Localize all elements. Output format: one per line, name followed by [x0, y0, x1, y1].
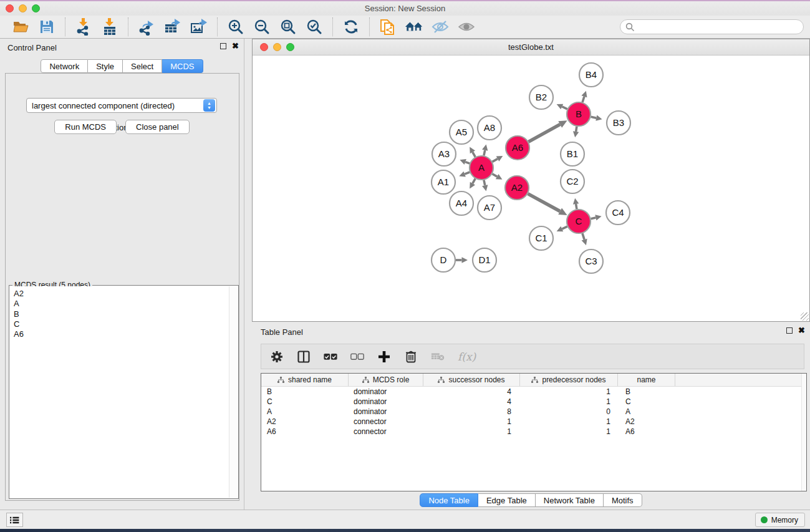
eye-slash-icon[interactable] [431, 18, 450, 36]
table-cell: 8 [423, 407, 520, 416]
edge-C-C2[interactable] [576, 204, 577, 209]
tab-select[interactable]: Select [123, 59, 162, 73]
import-network-icon[interactable] [74, 18, 93, 36]
search-input[interactable] [638, 22, 794, 32]
table-row[interactable]: A2connector11A2 [261, 417, 806, 427]
float-panel-icon[interactable] [220, 43, 226, 49]
edge-A-A7[interactable] [484, 180, 485, 186]
show-panels-list-button[interactable] [6, 513, 23, 527]
table-row[interactable]: Bdominator41B [261, 387, 806, 397]
status-bar: Memory [0, 510, 810, 529]
tab-style[interactable]: Style [88, 59, 123, 73]
table-row[interactable]: Cdominator41C [261, 397, 806, 407]
edge-A-A3[interactable] [465, 162, 470, 164]
edge-C-C1[interactable] [562, 226, 567, 229]
edge-A2-C[interactable] [528, 194, 561, 211]
edge-B-B1[interactable] [576, 127, 577, 132]
plus-icon[interactable] [377, 350, 391, 364]
edge-arrowhead-icon [573, 198, 579, 205]
table-row[interactable]: A6connector11A6 [261, 427, 806, 437]
node-label-C3: C3 [585, 256, 597, 266]
criterion-selected-value: largest connected component (directed) [27, 101, 203, 110]
column-header-successor-nodes[interactable]: successor nodes [423, 374, 520, 386]
zoom-fit-icon[interactable] [279, 18, 297, 36]
table-panel-tabs: Node Table Edge Table Network Table Moti… [252, 493, 810, 507]
mcds-result-item[interactable]: A6 [14, 329, 229, 339]
open-file-icon[interactable] [11, 18, 30, 36]
edge-A-A1[interactable] [465, 172, 470, 174]
gear-icon[interactable] [270, 350, 284, 364]
network-canvas-svg[interactable]: B4B2BB3A8A5A6A3B1AA1C2A2A4A7C4CC1C3DD1 [253, 56, 809, 321]
close-table-panel-icon[interactable]: ✖ [798, 327, 805, 334]
column-type-icon [531, 377, 538, 383]
edge-B-B3[interactable] [591, 117, 597, 118]
houses-icon[interactable] [405, 18, 423, 36]
zoom-selected-icon[interactable] [305, 18, 324, 36]
main-titlebar: Session: New Session [0, 1, 810, 16]
mcds-result-item[interactable]: A2 [14, 289, 229, 299]
edge-arrowhead-icon [595, 115, 602, 121]
table-cell: C [261, 397, 349, 406]
export-image-icon[interactable] [190, 18, 208, 36]
export-table-icon[interactable] [163, 18, 182, 36]
edge-A-A8[interactable] [484, 150, 485, 156]
mcds-list-scrollbar[interactable] [229, 286, 238, 498]
column-header-shared-name[interactable]: shared name [261, 374, 349, 386]
edge-A-A4[interactable] [473, 178, 475, 183]
edge-A-A2[interactable] [492, 174, 497, 177]
zoom-out-icon[interactable] [253, 18, 271, 36]
refresh-icon[interactable] [342, 18, 360, 36]
desktop-strip-bottom [0, 529, 810, 532]
delete-table-icon[interactable] [431, 350, 445, 364]
node-label-B1: B1 [567, 148, 578, 159]
mcds-result-list[interactable]: A2ABCA6 [10, 286, 229, 498]
trash-icon[interactable] [404, 350, 418, 364]
checked-boxes-icon[interactable] [324, 350, 337, 364]
tab-network[interactable]: Network [41, 59, 88, 73]
edge-A6-B[interactable] [529, 124, 561, 142]
table-scrollbar[interactable] [801, 374, 806, 491]
edge-C-C3[interactable] [582, 233, 584, 239]
edge-B-B4[interactable] [582, 97, 584, 102]
table-cell: 1 [520, 417, 618, 426]
tab-edge-table[interactable]: Edge Table [478, 493, 536, 507]
memory-button[interactable]: Memory [755, 513, 805, 527]
save-session-icon[interactable] [37, 18, 56, 36]
new-network-from-selection-icon[interactable] [378, 18, 397, 36]
tab-mcds[interactable]: MCDS [162, 59, 203, 73]
table-row[interactable]: Adominator80A [261, 407, 806, 417]
resize-grip-icon[interactable] [801, 312, 809, 321]
table-cell: 4 [423, 397, 520, 406]
edge-A-A6[interactable] [493, 159, 498, 162]
close-panel-icon[interactable]: ✖ [232, 43, 239, 49]
edge-arrowhead-icon [482, 185, 488, 191]
table-cell: A2 [618, 417, 675, 426]
column-header-mcds-role[interactable]: MCDS role [349, 374, 423, 386]
export-network-icon[interactable] [137, 18, 156, 36]
columns-icon[interactable] [297, 350, 311, 364]
run-mcds-button[interactable]: Run MCDS [54, 120, 117, 134]
tab-network-table[interactable]: Network Table [536, 493, 604, 507]
unchecked-boxes-icon[interactable] [350, 350, 364, 364]
float-table-panel-icon[interactable] [786, 327, 793, 334]
tab-motifs[interactable]: Motifs [604, 493, 642, 507]
column-header-name[interactable]: name [618, 374, 675, 386]
table-cell: dominator [349, 397, 423, 406]
mcds-result-item[interactable]: C [14, 319, 229, 329]
column-header-predecessor-nodes[interactable]: predecessor nodes [520, 374, 618, 386]
edge-arrowhead-icon [462, 257, 468, 263]
network-window-titlebar[interactable]: testGlobe.txt [253, 39, 809, 56]
close-panel-button[interactable]: Close panel [125, 120, 190, 134]
edge-C-C4[interactable] [591, 218, 596, 219]
import-table-icon[interactable] [100, 18, 119, 36]
tab-node-table[interactable]: Node Table [420, 493, 478, 507]
criterion-select[interactable]: largest connected component (directed) ▲… [26, 98, 217, 113]
mcds-result-item[interactable]: B [14, 309, 229, 319]
zoom-in-icon[interactable] [226, 18, 245, 36]
mcds-result-item[interactable]: A [14, 299, 229, 309]
edge-A-A5[interactable] [473, 152, 475, 157]
search-box[interactable] [620, 19, 804, 34]
table-cell: connector [349, 417, 423, 426]
edge-B-B2[interactable] [562, 107, 567, 109]
eye-icon[interactable] [457, 18, 476, 36]
